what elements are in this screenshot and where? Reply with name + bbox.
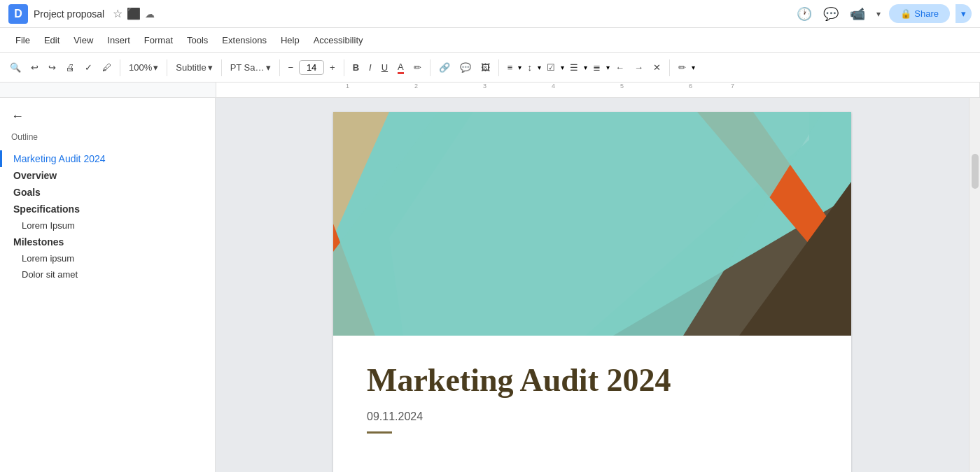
- outline-item-lorem-ipsum[interactable]: Lorem Ipsum: [0, 217, 215, 234]
- separator-3: [221, 59, 222, 76]
- menu-view[interactable]: View: [66, 31, 100, 50]
- ruler: 1 2 3 4 5 6 7: [0, 83, 980, 98]
- font-name: PT Sa…: [230, 62, 265, 73]
- zoom-dropdown[interactable]: 100% ▾: [125, 59, 162, 76]
- toolbar: 🔍 ↩ ↪ 🖨 ✓ 🖊 100% ▾ Subtitle ▾ PT Sa… ▾ −…: [0, 53, 980, 83]
- separator-2: [167, 59, 167, 76]
- star-icon[interactable]: ☆: [113, 7, 122, 20]
- back-icon: ←: [11, 109, 24, 124]
- comment-button[interactable]: 💬: [456, 59, 475, 76]
- doc-title: Project proposal: [34, 8, 104, 20]
- font-size-decrease-button[interactable]: −: [284, 59, 298, 76]
- main-content: ← Outline Marketing Audit 2024 Overview …: [0, 98, 980, 472]
- checklist-button[interactable]: ☑: [542, 59, 559, 76]
- clear-format-button[interactable]: ✕: [649, 59, 665, 76]
- outline-item-overview[interactable]: Overview: [0, 167, 215, 184]
- share-dropdown-button[interactable]: ▾: [955, 4, 972, 23]
- hero-image: [333, 112, 851, 336]
- title-bar: D Project proposal ☆ ⬛ ☁ 🕐 💬 📹 ▾ 🔒 Share…: [0, 0, 980, 28]
- meet-icon[interactable]: 📹: [847, 5, 868, 23]
- sidebar-back-button[interactable]: ←: [0, 106, 215, 129]
- indent-less-button[interactable]: ←: [611, 59, 629, 76]
- drive-icon[interactable]: ⬛: [127, 7, 141, 20]
- separator-4: [279, 59, 280, 76]
- sidebar: ← Outline Marketing Audit 2024 Overview …: [0, 98, 216, 472]
- font-dropdown[interactable]: PT Sa… ▾: [226, 59, 275, 76]
- hero-svg: [333, 112, 851, 336]
- highlight-button[interactable]: ✏: [410, 59, 426, 76]
- line-spacing-button[interactable]: ↕: [523, 59, 536, 76]
- right-panel-thumb[interactable]: [972, 154, 979, 189]
- ruler-mark-1: 1: [346, 83, 349, 90]
- outline-label: Outline: [0, 129, 215, 150]
- font-size-increase-button[interactable]: +: [326, 59, 340, 76]
- menu-help[interactable]: Help: [274, 31, 307, 50]
- image-button[interactable]: 🖼: [477, 59, 494, 76]
- link-button[interactable]: 🔗: [435, 59, 454, 76]
- separator-6: [430, 59, 430, 76]
- ruler-mark-6: 6: [689, 83, 692, 90]
- style-dropdown[interactable]: Subtitle ▾: [172, 59, 216, 76]
- share-button[interactable]: 🔒 Share: [889, 4, 950, 23]
- meet-dropdown-icon[interactable]: ▾: [874, 8, 883, 20]
- indent-more-button[interactable]: →: [630, 59, 648, 76]
- doc-page: Marketing Audit 2024 09.11.2024: [333, 112, 851, 472]
- print-button[interactable]: 🖨: [62, 59, 79, 76]
- edit-mode-button[interactable]: ✏: [674, 59, 690, 76]
- menu-extensions[interactable]: Extensions: [215, 31, 274, 50]
- outline-item-lorem-ipsum-2[interactable]: Lorem ipsum: [0, 250, 215, 266]
- doc-divider: [367, 431, 392, 434]
- style-label: Subtitle: [176, 62, 206, 73]
- ruler-mark-3: 3: [483, 83, 486, 90]
- separator-8: [669, 59, 670, 76]
- search-button[interactable]: 🔍: [6, 59, 25, 76]
- bullet-chevron: ▾: [584, 64, 587, 71]
- doc-subtitle: 09.11.2024: [367, 410, 818, 423]
- title-icons: ☆ ⬛ ☁: [113, 7, 155, 20]
- history-icon[interactable]: 🕐: [794, 5, 815, 23]
- separator-7: [498, 59, 499, 76]
- menu-file[interactable]: File: [8, 31, 37, 50]
- num-list-button[interactable]: ≣: [589, 59, 605, 76]
- numlist-chevron: ▾: [606, 64, 610, 71]
- menu-format[interactable]: Format: [137, 31, 180, 50]
- cloud-icon[interactable]: ☁: [145, 8, 155, 20]
- menu-bar: File Edit View Insert Format Tools Exten…: [0, 28, 980, 53]
- align-chevron: ▾: [518, 64, 522, 71]
- ruler-mark-2: 2: [414, 83, 418, 90]
- menu-tools[interactable]: Tools: [180, 31, 215, 50]
- outline-item-dolor-sit[interactable]: Dolor sit amet: [0, 266, 215, 283]
- italic-button[interactable]: I: [365, 59, 376, 76]
- share-label: Share: [914, 8, 939, 19]
- menu-accessibility[interactable]: Accessibility: [307, 31, 370, 50]
- separator-5: [344, 59, 344, 76]
- outline-item-title[interactable]: Marketing Audit 2024: [0, 150, 215, 167]
- font-size-input[interactable]: [299, 60, 324, 75]
- undo-button[interactable]: ↩: [27, 59, 43, 76]
- comment-toolbar-icon[interactable]: 💬: [820, 5, 841, 23]
- doc-area[interactable]: Marketing Audit 2024 09.11.2024: [216, 98, 969, 472]
- ruler-mark-5: 5: [620, 83, 624, 90]
- ruler-mark-4: 4: [552, 83, 555, 90]
- app-icon: D: [8, 4, 28, 24]
- ruler-track: 1 2 3 4 5 6 7: [216, 83, 980, 98]
- bold-button[interactable]: B: [349, 59, 363, 76]
- menu-insert[interactable]: Insert: [100, 31, 137, 50]
- doc-main-title: Marketing Audit 2024: [367, 361, 818, 399]
- menu-edit[interactable]: Edit: [37, 31, 66, 50]
- underline-button[interactable]: U: [377, 59, 392, 76]
- paint-format-button[interactable]: 🖊: [98, 59, 115, 76]
- doc-content: Marketing Audit 2024 09.11.2024: [333, 336, 851, 462]
- align-button[interactable]: ≡: [503, 59, 517, 76]
- spell-check-button[interactable]: ✓: [80, 59, 97, 76]
- edit-chevron: ▾: [692, 64, 695, 71]
- outline-item-goals[interactable]: Goals: [0, 184, 215, 201]
- title-right: 🕐 💬 📹 ▾ 🔒 Share ▾: [794, 4, 972, 23]
- text-color-button[interactable]: A: [393, 59, 408, 77]
- outline-item-specifications[interactable]: Specifications: [0, 201, 215, 217]
- outline-item-milestones[interactable]: Milestones: [0, 234, 215, 250]
- right-panel: [969, 98, 980, 472]
- bullet-list-button[interactable]: ☰: [566, 59, 582, 76]
- share-lock-icon: 🔒: [900, 8, 911, 19]
- redo-button[interactable]: ↪: [44, 59, 60, 76]
